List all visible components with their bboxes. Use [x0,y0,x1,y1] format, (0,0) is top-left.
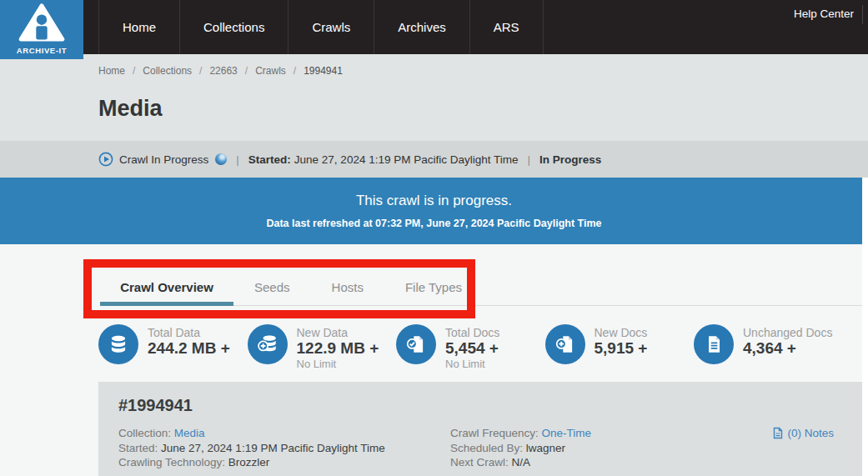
status-separator: | [527,153,530,166]
banner-headline: This crawl is in progress. [0,193,868,209]
breadcrumb-separator: / [199,65,202,77]
stat-value: 122.9 MB + [297,339,379,358]
page-title: Media [98,96,868,122]
detail-column-left: Collection: Media Started: June 27, 2024… [118,426,450,470]
stat-total-docs: Total Docs 5,454 + No Limit [396,324,545,370]
right-margin-strip [862,178,868,476]
nav-divider [862,5,863,24]
nav-item-home[interactable]: Home [98,0,180,54]
tab-crawl-overview[interactable]: Crawl Overview [100,269,233,305]
tab-label: Seeds [254,280,290,294]
in-progress-banner: This crawl is in progress. Data last ref… [0,178,868,244]
tab-label: Hosts [332,280,364,294]
detail-row-frequency: Crawl Frequency: One-Time [450,426,591,441]
document-lines-icon [694,324,734,364]
crawl-id-heading: #1994941 [118,396,834,415]
banner-refresh-timestamp: Data last refreshed at 07:32 PM, June 27… [0,218,868,229]
database-plus-icon [248,324,288,364]
started-label: Started: [118,442,158,454]
database-icon [98,324,138,364]
started-value: June 27, 2024 1:19 PM Pacific Daylight T… [294,153,519,166]
detail-row-started: Started: June 27, 2024 1:19 PM Pacific D… [118,441,450,456]
active-tab-underline [100,302,233,306]
technology-value: Brozzler [228,456,270,468]
tab-label: Crawl Overview [120,280,213,294]
breadcrumb-separator: / [245,65,248,77]
collection-label: Collection: [118,427,171,439]
breadcrumb-collections[interactable]: Collections [143,65,192,77]
note-document-icon [772,427,784,439]
frequency-link[interactable]: One-Time [542,427,592,439]
stat-total-data: Total Data 244.2 MB + [98,324,248,370]
stat-label: Unchanged Docs [743,326,832,339]
breadcrumb-crawl-id: 1994941 [304,65,343,77]
frequency-label: Crawl Frequency: [450,427,539,439]
nav-item-crawls[interactable]: Crawls [288,0,374,54]
nav-item-collections[interactable]: Collections [180,0,288,54]
scheduled-by-label: Scheduled By: [450,442,523,454]
crawl-stats-row: Total Data 244.2 MB + New Data 122.9 MB … [98,324,843,370]
notes-count-label: (0) Notes [787,426,834,441]
breadcrumb-home[interactable]: Home [98,65,125,77]
document-check-icon [396,324,436,364]
stat-new-docs: New Docs 5,915 + [545,324,695,370]
breadcrumb-separator: / [294,65,296,77]
breadcrumb-separator: / [133,65,135,77]
stat-value: 244.2 MB + [148,339,230,358]
tab-hosts[interactable]: Hosts [311,269,384,305]
status-separator: | [236,153,239,166]
crawl-detail-card: #1994941 Collection: Media Started: June… [98,382,862,476]
next-crawl-value: N/A [512,456,531,468]
stat-limit: No Limit [297,358,379,370]
detail-row-next-crawl: Next Crawl: N/A [450,455,591,470]
stat-limit: No Limit [445,358,499,370]
main-menu: Home Collections Crawls Archives ARS [98,0,544,54]
notes-link[interactable]: (0) Notes [772,426,834,441]
stat-value: 4,364 + [743,339,832,358]
play-circle-icon [98,152,113,167]
breadcrumb: Home / Collections / 22663 / Crawls / 19… [98,65,868,77]
archive-it-a-icon [18,3,66,45]
page-header: Home / Collections / 22663 / Crawls / 19… [0,54,868,141]
progress-state-text: In Progress [539,153,601,166]
detail-column-middle: Crawl Frequency: One-Time Scheduled By: … [450,426,591,470]
breadcrumb-collection-id[interactable]: 22663 [209,65,237,77]
next-crawl-label: Next Crawl: [450,456,509,468]
stat-unchanged-docs: Unchanged Docs 4,364 + [694,324,843,370]
top-navigation-bar: Home Collections Crawls Archives ARS Hel… [0,0,868,54]
started-value: June 27, 2024 1:19 PM Pacific Daylight T… [161,442,385,454]
tab-label: File Types [405,280,462,294]
logo-brand-text: ARCHIVE-IT [17,46,67,55]
nav-item-archives[interactable]: Archives [374,0,470,54]
scheduled-by-value: lwagner [526,442,565,454]
brozzler-globe-icon [215,153,227,165]
collection-link[interactable]: Media [174,427,205,439]
tab-seeds[interactable]: Seeds [233,269,311,305]
stat-label: Total Data [148,326,230,339]
crawl-state-text: Crawl In Progress [119,153,208,166]
tab-file-types[interactable]: File Types [384,269,483,305]
stat-label: Total Docs [445,326,499,339]
document-plus-icon [545,324,585,364]
help-center-link[interactable]: Help Center [794,8,854,20]
stat-value: 5,454 + [445,339,499,358]
stat-value: 5,915 + [595,339,648,358]
stat-new-data: New Data 122.9 MB + No Limit [248,324,397,370]
archive-it-logo[interactable]: ARCHIVE-IT [0,0,83,59]
nav-item-ars[interactable]: ARS [470,0,544,54]
report-tabs: Crawl Overview Seeds Hosts File Types [100,269,862,306]
detail-row-collection: Collection: Media [118,426,450,441]
crawl-status-bar: Crawl In Progress | Started: June 27, 20… [0,141,868,178]
started-label: Started: [248,153,291,166]
stat-label: New Docs [595,326,648,339]
breadcrumb-crawls[interactable]: Crawls [255,65,286,77]
detail-row-scheduled-by: Scheduled By: lwagner [450,441,591,456]
stat-label: New Data [297,326,379,339]
detail-row-technology: Crawling Technology: Brozzler [118,455,450,470]
crawl-report-content: Crawl Overview Seeds Hosts File Types To… [0,244,868,476]
technology-label: Crawling Technology: [118,456,225,468]
